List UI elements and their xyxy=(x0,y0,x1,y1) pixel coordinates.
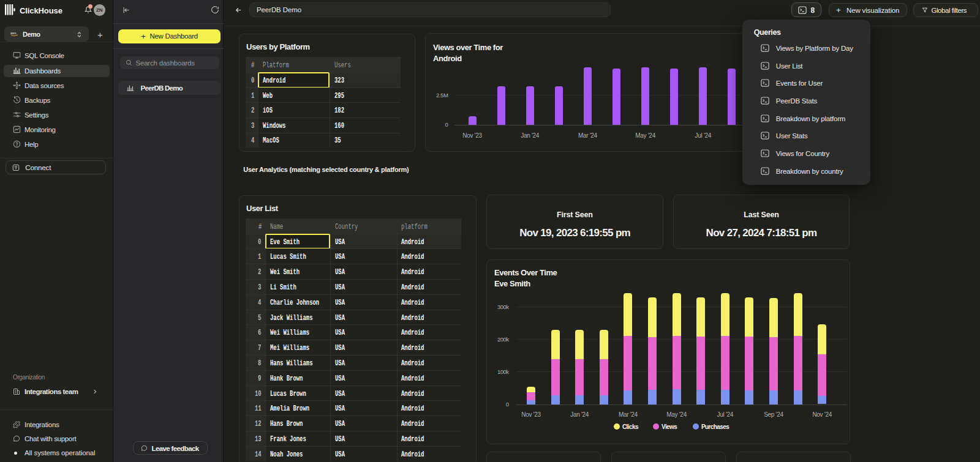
svg-text:aws: aws xyxy=(10,31,17,35)
